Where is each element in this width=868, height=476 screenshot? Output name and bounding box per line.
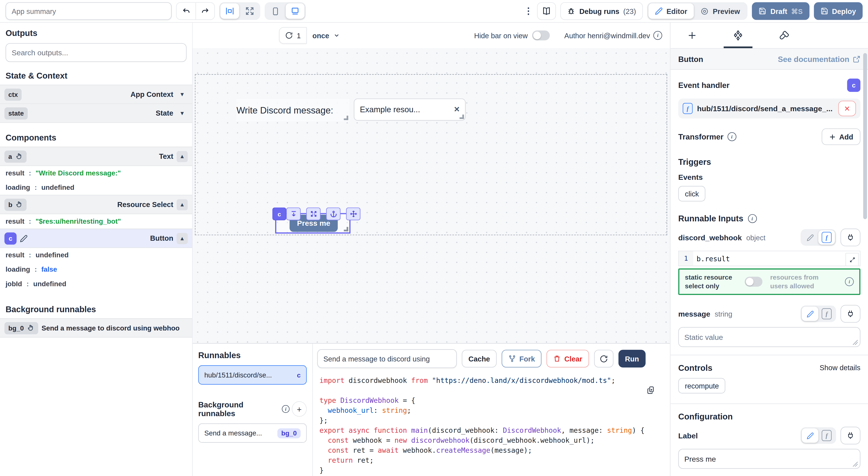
docs-book-button[interactable] bbox=[537, 2, 556, 20]
pencil-icon bbox=[655, 7, 662, 15]
expand-component-button[interactable] bbox=[306, 208, 320, 220]
show-details-link[interactable]: Show details bbox=[819, 364, 860, 372]
hide-bar-toggle[interactable] bbox=[532, 30, 550, 40]
expand-editor-button[interactable] bbox=[845, 253, 859, 266]
deploy-button[interactable]: Deploy bbox=[814, 2, 863, 20]
move-component-button[interactable] bbox=[346, 208, 361, 220]
eval-mode-button[interactable]: f bbox=[818, 429, 835, 443]
hand-pointer-icon bbox=[27, 324, 34, 331]
run-button[interactable]: Run bbox=[618, 350, 646, 368]
refresh-count-button[interactable]: 1 bbox=[279, 27, 307, 44]
connect-input-button[interactable] bbox=[841, 305, 861, 323]
cache-button[interactable]: Cache bbox=[462, 350, 497, 368]
message-static-input[interactable]: Static value bbox=[678, 327, 861, 347]
tab-preview[interactable]: Preview bbox=[694, 3, 747, 19]
app-summary-input[interactable] bbox=[6, 2, 172, 20]
undo-button[interactable] bbox=[177, 3, 195, 19]
bg-runnables-title: Background runnables bbox=[198, 400, 280, 418]
chevron-down-icon[interactable]: ▼ bbox=[177, 108, 188, 119]
discord-webhook-expression[interactable]: 1 b.result bbox=[678, 251, 861, 266]
output-row: jobId:undefined bbox=[0, 277, 192, 291]
draft-button[interactable]: Draft ⌘S bbox=[752, 2, 809, 20]
redo-button[interactable] bbox=[195, 3, 214, 19]
outputs-sidebar: Outputs State & Context ctx App Context … bbox=[0, 23, 193, 476]
components-title: Components bbox=[6, 133, 187, 142]
tab-styling[interactable] bbox=[772, 23, 796, 48]
schedule-dropdown[interactable]: once bbox=[307, 27, 345, 44]
bg0-row[interactable]: bg_0 Send a message to discord using web… bbox=[0, 318, 192, 338]
refresh-icon bbox=[285, 32, 293, 39]
resize-grip[interactable] bbox=[852, 462, 858, 467]
chevron-down-icon[interactable]: ▼ bbox=[177, 89, 188, 100]
copy-icon[interactable] bbox=[647, 386, 656, 395]
component-c-header[interactable]: c Button ▲ bbox=[0, 229, 192, 248]
see-documentation-link[interactable]: See documentation bbox=[778, 55, 860, 63]
static-resource-label: static resource select only bbox=[685, 273, 736, 291]
add-background-runnable-button[interactable]: + bbox=[292, 401, 307, 417]
component-a-badge: a bbox=[4, 150, 26, 163]
state-row[interactable]: state State ▼ bbox=[0, 104, 192, 123]
dock-bottom-button[interactable] bbox=[286, 208, 301, 220]
eval-mode-button[interactable]: f bbox=[818, 307, 835, 321]
center-layout-toggle[interactable] bbox=[220, 3, 239, 19]
ctx-row[interactable]: ctx App Context ▼ bbox=[0, 85, 192, 104]
mobile-view-toggle[interactable] bbox=[266, 3, 285, 19]
save-icon bbox=[820, 7, 828, 15]
chevron-down-icon bbox=[333, 32, 340, 39]
settings-tabs bbox=[671, 23, 868, 48]
static-mode-button[interactable] bbox=[802, 230, 818, 245]
handler-path: hub/1511/discord/send_a_message_... bbox=[697, 104, 834, 113]
add-transformer-button[interactable]: Add bbox=[822, 128, 860, 145]
resize-grip[interactable] bbox=[852, 340, 858, 345]
pencil-icon[interactable] bbox=[20, 234, 28, 242]
resize-handle[interactable] bbox=[344, 116, 348, 120]
connect-input-button[interactable] bbox=[841, 229, 861, 246]
resize-handle[interactable] bbox=[344, 227, 348, 231]
eval-mode-button[interactable]: f bbox=[818, 230, 835, 245]
function-icon: f bbox=[822, 232, 832, 243]
resource-select-component[interactable]: Example resou... × bbox=[354, 98, 466, 121]
event-handler-script[interactable]: f hub/1511/discord/send_a_message_... ✕ bbox=[678, 98, 861, 119]
clear-selection-icon[interactable]: × bbox=[454, 104, 459, 115]
refresh-icon bbox=[599, 354, 608, 363]
expression-code[interactable]: b.result bbox=[693, 251, 860, 266]
canvas-grid[interactable]: Write Discord message: Example resou... … bbox=[193, 48, 670, 343]
fullwidth-layout-toggle[interactable] bbox=[240, 3, 259, 19]
pencil-icon bbox=[806, 310, 814, 318]
chevron-up-icon[interactable]: ▲ bbox=[177, 199, 188, 210]
label-value-input[interactable]: Press me bbox=[678, 449, 861, 469]
bg-runnable-item[interactable]: Send a message... bg_0 bbox=[198, 423, 307, 443]
search-outputs-input[interactable] bbox=[6, 43, 187, 62]
fork-icon bbox=[508, 355, 516, 362]
more-menu-button[interactable]: ⋮ bbox=[524, 7, 533, 15]
input-mode-toggle: f bbox=[801, 229, 836, 246]
resize-handle[interactable] bbox=[460, 115, 464, 119]
anchor-component-button[interactable] bbox=[326, 208, 340, 220]
fork-button[interactable]: Fork bbox=[502, 350, 541, 368]
debug-runs-button[interactable]: Debug runs (23) bbox=[560, 2, 643, 20]
remove-handler-button[interactable]: ✕ bbox=[838, 101, 856, 117]
recompute-control[interactable]: recompute bbox=[678, 378, 725, 394]
refresh-script-button[interactable] bbox=[594, 350, 613, 368]
component-a-header[interactable]: a Text ▲ bbox=[0, 147, 192, 166]
desktop-view-toggle[interactable] bbox=[286, 3, 305, 19]
component-b-header[interactable]: b Resource Select ▲ bbox=[0, 195, 192, 214]
static-mode-button[interactable] bbox=[802, 307, 818, 321]
scrollbar-thumb[interactable] bbox=[863, 53, 867, 219]
script-name-input[interactable] bbox=[317, 349, 457, 368]
tab-component-settings[interactable] bbox=[726, 23, 750, 48]
code-editor[interactable]: import discordwebhook from "https://deno… bbox=[313, 373, 670, 476]
chevron-up-icon[interactable]: ▲ bbox=[177, 151, 188, 162]
resource-mode-toggle[interactable] bbox=[745, 277, 762, 287]
chevron-up-icon[interactable]: ▲ bbox=[177, 233, 188, 244]
tab-editor[interactable]: Editor bbox=[648, 3, 694, 19]
output-row: loading:false bbox=[0, 262, 192, 277]
connect-input-button[interactable] bbox=[841, 427, 861, 445]
tab-insert-component[interactable] bbox=[680, 23, 704, 48]
windmill-app-editor: ⋮ Debug runs (23) Editor Preview Draft ⌘… bbox=[0, 0, 868, 476]
clear-button[interactable]: Clear bbox=[547, 350, 589, 368]
text-component[interactable]: Write Discord message: bbox=[237, 99, 349, 121]
static-mode-button[interactable] bbox=[802, 429, 818, 443]
runnable-item-selected[interactable]: hub/1511/discord/se... c bbox=[198, 365, 307, 385]
center-align-icon bbox=[225, 7, 235, 15]
